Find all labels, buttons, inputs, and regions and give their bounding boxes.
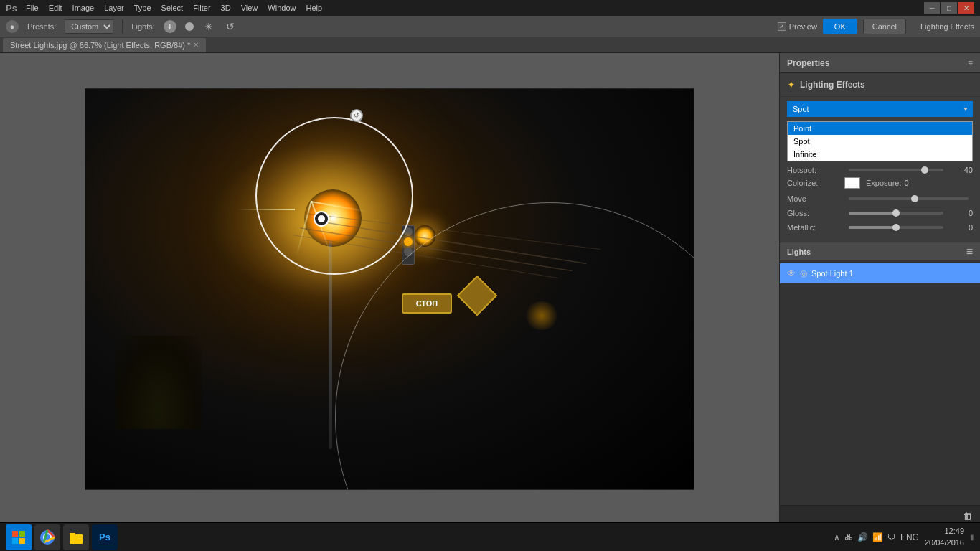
menu-file[interactable]: File [22, 2, 43, 14]
menu-type[interactable]: Type [130, 2, 156, 14]
dropdown-item-spot[interactable]: Spot [788, 135, 972, 148]
colorize-exposure-row: Colorize: Exposure: 0 [787, 177, 973, 189]
metallic-fill [849, 226, 896, 229]
presets-dropdown[interactable]: Custom [65, 19, 113, 34]
titlebar: Ps File Edit Image Layer Type Select Fil… [0, 0, 980, 16]
cancel-button[interactable]: Cancel [863, 19, 906, 34]
preview-checkbox[interactable]: ✓ [778, 22, 786, 31]
light-dot-icon [185, 22, 194, 31]
options-bar: ● Presets: Custom Lights: + ✳ ↺ ✓ Previe… [0, 16, 980, 37]
light-item[interactable]: 👁 ◎ Spot Light 1 [780, 263, 980, 283]
taskbar-right: ∧ 🖧 🔊 📶 🗨 ENG 12:49 20/04/2016 ▮ [834, 526, 974, 548]
tool-icon: ● [6, 20, 19, 33]
preview-label: Preview [789, 22, 817, 31]
menu-view[interactable]: View [237, 2, 263, 14]
light-type-select[interactable]: Spot [787, 101, 973, 117]
wifi-icon[interactable]: 📶 [872, 532, 883, 542]
chrome-icon [39, 529, 55, 545]
windows-logo-icon [11, 530, 26, 545]
ok-button[interactable]: OK [823, 19, 857, 34]
lights-collapse-icon[interactable]: ≡ [966, 245, 973, 258]
metallic-thumb[interactable] [892, 224, 900, 231]
app-logo: Ps [6, 3, 17, 14]
gloss-thumb[interactable] [892, 209, 900, 217]
canvas-area[interactable]: СТОП ↺ [0, 53, 779, 525]
add-light-icon[interactable]: + [164, 20, 176, 33]
maximize-button[interactable]: □ [941, 2, 957, 14]
light-visibility-icon[interactable]: 👁 [787, 268, 796, 278]
taskbar-chrome[interactable] [34, 524, 60, 550]
move-thumb[interactable] [911, 195, 918, 202]
menu-image[interactable]: Image [68, 2, 99, 14]
properties-panel-header: Properties ≡ [780, 53, 980, 73]
dropdown-item-infinite[interactable]: Infinite [788, 148, 972, 161]
titlebar-left: Ps File Edit Image Layer Type Select Fil… [6, 2, 326, 14]
light-circle[interactable] [255, 117, 413, 275]
menu-3d[interactable]: 3D [217, 2, 235, 14]
hotspot-value: -40 [948, 166, 973, 174]
street-scene: СТОП ↺ [85, 89, 694, 489]
language-icon[interactable]: ENG [900, 532, 919, 542]
tab-bar: Street Lights.jpg @ 66.7% (Light Effects… [0, 37, 980, 53]
show-desktop-button[interactable]: ▮ [970, 533, 974, 541]
hotspot-thumb[interactable] [921, 166, 928, 174]
light-name: Spot Light 1 [811, 269, 973, 278]
move-label: Move [787, 194, 844, 203]
preview-checkbox-row[interactable]: ✓ Preview [778, 22, 817, 31]
dropdown-item-point[interactable]: Point [788, 122, 972, 135]
svg-rect-4 [12, 531, 18, 537]
lights-list: 👁 ◎ Spot Light 1 [780, 260, 980, 505]
explorer-icon [68, 529, 84, 545]
menu-bar: File Edit Image Layer Type Select Filter… [22, 2, 326, 14]
close-button[interactable]: ✕ [958, 2, 974, 14]
tab-close-icon[interactable]: ✕ [193, 41, 199, 49]
move-slider[interactable] [849, 197, 969, 200]
spot-type-icon: ◎ [800, 268, 807, 278]
presets-label: Presets: [27, 22, 56, 31]
lights-section-header: Lights ≡ [780, 242, 980, 260]
chevron-up-icon[interactable]: ∧ [834, 532, 840, 542]
main-area: СТОП ↺ [0, 53, 980, 525]
document-tab[interactable]: Street Lights.jpg @ 66.7% (Light Effects… [3, 38, 206, 52]
taskbar-photoshop[interactable]: Ps [92, 524, 118, 550]
canvas: СТОП ↺ [85, 88, 694, 490]
svg-rect-7 [19, 538, 25, 544]
menu-help[interactable]: Help [301, 2, 326, 14]
separator [122, 19, 123, 34]
lights-label: Lights: [131, 22, 154, 31]
colorize-swatch[interactable] [844, 177, 860, 189]
refresh-icon[interactable]: ↺ [224, 20, 237, 33]
light-type-select-wrapper: Spot ▼ [787, 101, 973, 117]
hotspot-section: Hotspot: -40 Colorize: Exposure: 0 Move [780, 161, 980, 242]
properties-collapse-icon[interactable]: ≡ [968, 58, 973, 68]
taskbar-explorer[interactable] [63, 524, 89, 550]
gloss-label: Gloss: [787, 209, 844, 217]
exposure-value: 0 [905, 179, 909, 187]
taskbar-clock[interactable]: 12:49 20/04/2016 [925, 526, 964, 548]
gloss-slider[interactable] [849, 212, 943, 215]
lighting-effects-header-label: Lighting Effects [920, 22, 974, 31]
network-icon[interactable]: 🖧 [844, 532, 853, 542]
menu-layer[interactable]: Layer [100, 2, 128, 14]
metallic-value: 0 [948, 223, 973, 232]
exposure-label: Exposure: [866, 179, 902, 187]
lighting-effects-header: ✦ Lighting Effects [780, 73, 980, 97]
hotspot-slider[interactable] [849, 169, 943, 171]
light-center-inner [318, 215, 325, 222]
move-row: Move [787, 194, 973, 203]
svg-rect-12 [70, 533, 75, 536]
notification-icon[interactable]: 🗨 [887, 532, 896, 542]
start-button[interactable] [6, 524, 32, 550]
starburst-icon[interactable]: ✳ [202, 20, 215, 33]
light-handle[interactable]: ↺ [350, 109, 363, 122]
photoshop-icon: Ps [99, 532, 110, 542]
delete-light-icon[interactable]: 🗑 [963, 510, 973, 522]
lights-section-title: Lights [787, 248, 811, 256]
menu-filter[interactable]: Filter [189, 2, 215, 14]
menu-edit[interactable]: Edit [44, 2, 67, 14]
menu-select[interactable]: Select [157, 2, 188, 14]
minimize-button[interactable]: ─ [924, 2, 940, 14]
volume-icon[interactable]: 🔊 [857, 532, 868, 542]
menu-window[interactable]: Window [263, 2, 300, 14]
metallic-slider[interactable] [849, 226, 943, 229]
